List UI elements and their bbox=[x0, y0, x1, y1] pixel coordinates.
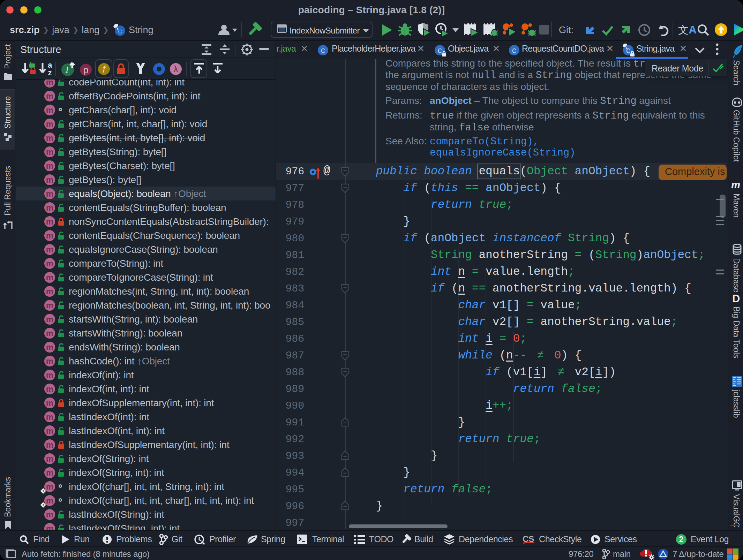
svg-text:z: z bbox=[48, 68, 52, 76]
svg-text:C: C bbox=[321, 47, 325, 55]
svg-text:I: I bbox=[65, 65, 69, 75]
svg-text:p: p bbox=[83, 65, 88, 75]
svg-text:c: c bbox=[118, 28, 122, 36]
svg-text:C: C bbox=[512, 47, 517, 55]
svg-text:λ: λ bbox=[174, 64, 178, 74]
svg-text:C: C bbox=[438, 47, 442, 55]
